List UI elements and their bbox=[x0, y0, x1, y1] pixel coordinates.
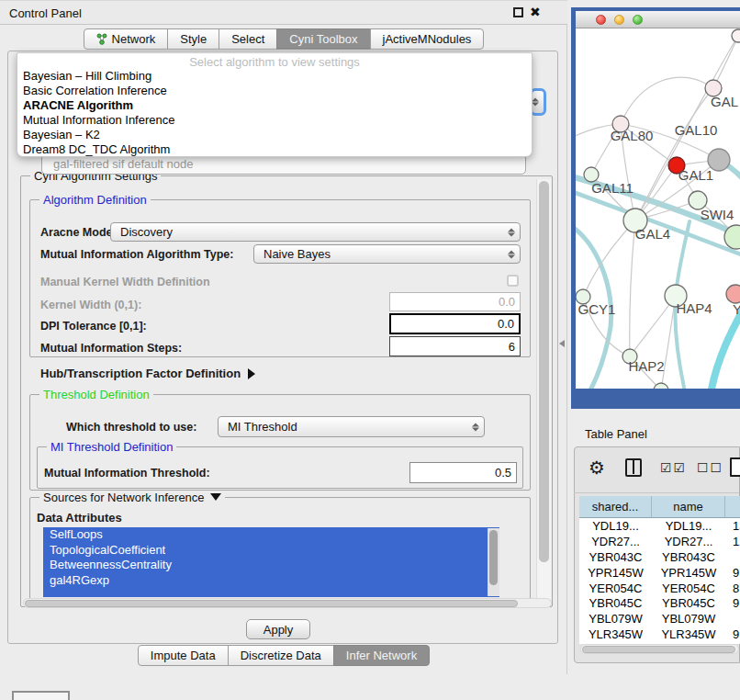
mi-steps-field[interactable]: 6 bbox=[389, 336, 521, 356]
network-window[interactable]: GALGAL80GAL10GAL1GAL11GAL4SWI4GCY1HAP4YH… bbox=[571, 7, 740, 409]
table-header-row: shared...nameA bbox=[579, 496, 740, 518]
table-hscrollbar-thumb[interactable] bbox=[582, 646, 735, 653]
manual-kernel-checkbox[interactable] bbox=[507, 275, 519, 287]
dropdown-item-bayesian-k2[interactable]: Bayesian – K2 bbox=[17, 128, 532, 142]
checked-columns-icon[interactable]: ☑☑ bbox=[660, 460, 687, 475]
dropdown-item-aracne-algorithm[interactable]: ARACNE Algorithm bbox=[17, 98, 532, 113]
column-header-a[interactable]: A bbox=[725, 496, 740, 518]
unchecked-columns-icon[interactable]: ☐☐ bbox=[697, 460, 723, 475]
dropdown-item-dream8-dc-tdc-algorithm[interactable]: Dream8 DC_TDC Algorithm bbox=[17, 142, 532, 157]
dpi-tolerance-field[interactable]: 0.0 bbox=[389, 313, 521, 334]
network-window-titlebar[interactable] bbox=[576, 11, 740, 28]
minimize-traffic-light-icon[interactable] bbox=[614, 15, 624, 25]
table-row[interactable]: YDR27...YDR27...12 bbox=[579, 534, 740, 549]
sources-group-title[interactable]: Sources for Network Inference bbox=[39, 491, 225, 504]
node-label-gal: GAL bbox=[711, 94, 738, 109]
table-cell: YBL079W bbox=[579, 611, 652, 627]
attribute-item-betweennesscentrality[interactable]: BetweennessCentrality bbox=[43, 558, 499, 573]
tab-label: Infer Network bbox=[346, 649, 417, 662]
network-edge[interactable] bbox=[661, 296, 676, 389]
zoom-traffic-light-icon[interactable] bbox=[633, 15, 643, 25]
float-window-icon[interactable] bbox=[513, 7, 523, 17]
close-icon[interactable]: ✖ bbox=[530, 5, 541, 19]
settings-scrollbar-thumb[interactable] bbox=[539, 181, 549, 562]
aracne-mode-combo[interactable]: Discovery bbox=[110, 222, 521, 242]
network-edge[interactable] bbox=[621, 77, 713, 124]
tab-impute-data[interactable]: Impute Data bbox=[138, 645, 229, 666]
control-panel-tabs: NetworkStyleSelectCyni ToolboxjActiveMNo… bbox=[0, 28, 567, 50]
attribute-item-gal4rgexp[interactable]: gal4RGexp bbox=[43, 573, 499, 589]
dropdown-item-mutual-information-inference[interactable]: Mutual Information Inference bbox=[17, 113, 532, 128]
network-icon bbox=[96, 33, 107, 45]
tab-discretize-data[interactable]: Discretize Data bbox=[228, 645, 334, 666]
apply-button[interactable]: Apply bbox=[246, 619, 310, 639]
mi-steps-label: Mutual Information Steps: bbox=[40, 342, 182, 355]
tab-infer-network[interactable]: Infer Network bbox=[333, 645, 430, 666]
tab-style[interactable]: Style bbox=[167, 28, 219, 50]
tab-cyni-toolbox[interactable]: Cyni Toolbox bbox=[276, 28, 370, 50]
spinner-arrows-icon bbox=[472, 423, 479, 431]
attribute-item-selfloops[interactable]: SelfLoops bbox=[43, 527, 499, 543]
gear-icon[interactable]: ⚙ bbox=[589, 457, 605, 479]
tab-label: Style bbox=[180, 32, 207, 46]
table-row[interactable]: YBR045CYBR045C9. bbox=[579, 595, 740, 611]
node-label-gal10: GAL10 bbox=[675, 122, 718, 138]
attribute-item-topologicalcoefficient[interactable]: TopologicalCoefficient bbox=[43, 543, 499, 559]
mi-threshold-field[interactable]: 0.5 bbox=[409, 462, 517, 483]
table-row[interactable]: YLR345WYLR345W9. bbox=[579, 627, 740, 642]
settings-hscrollbar-thumb[interactable] bbox=[25, 600, 518, 607]
node-y[interactable] bbox=[726, 285, 740, 303]
table-panel-title: Table Panel bbox=[585, 427, 647, 441]
control-panel-titlebar: Control Panel ✖ bbox=[0, 0, 567, 25]
column-layout-icon[interactable] bbox=[625, 458, 642, 477]
kernel-width-field[interactable]: 0.0 bbox=[389, 292, 521, 311]
table-cell: YPR145W bbox=[579, 565, 652, 581]
splitter-arrow-icon[interactable] bbox=[559, 340, 565, 347]
node-unlabeled[interactable] bbox=[654, 383, 668, 389]
table-row[interactable]: YDL19...YDL19...13 bbox=[579, 518, 740, 534]
desktop: Control Panel ✖ NetworkStyleSelectCyni T… bbox=[0, 0, 740, 700]
table-row[interactable]: YPR145WYPR145W9. bbox=[579, 565, 740, 581]
tab-select[interactable]: Select bbox=[219, 28, 277, 50]
tab-label: Select bbox=[231, 32, 264, 46]
network-canvas[interactable]: GALGAL80GAL10GAL1GAL11GAL4SWI4GCY1HAP4YH… bbox=[576, 28, 740, 389]
table-row[interactable]: YER054CYER054C8. bbox=[579, 581, 740, 596]
table-cell bbox=[725, 611, 740, 627]
sources-title-text: Sources for Network Inference bbox=[43, 491, 205, 504]
hub-definition-expander[interactable]: Hub/Transcription Factor Definition bbox=[40, 367, 255, 380]
node-label-gcy1: GCY1 bbox=[578, 301, 616, 317]
table-cell: 8. bbox=[725, 581, 740, 596]
export-table-icon[interactable] bbox=[730, 457, 740, 477]
dropdown-item-bayesian-hill-climbing[interactable]: Bayesian – Hill Climbing bbox=[17, 69, 532, 84]
data-attributes-list[interactable]: SelfLoopsTopologicalCoefficientBetweenne… bbox=[43, 527, 499, 597]
table-cell: YLR345W bbox=[579, 627, 652, 642]
which-threshold-combo[interactable]: MI Threshold bbox=[218, 416, 485, 437]
which-threshold-label: Which threshold to use: bbox=[66, 421, 196, 434]
table-row[interactable]: YBL079WYBL079W bbox=[579, 611, 740, 627]
column-header-shared[interactable]: shared... bbox=[579, 496, 652, 518]
tab-label: Discretize Data bbox=[241, 649, 321, 662]
node-label-gal11: GAL11 bbox=[591, 180, 633, 196]
column-header-name[interactable]: name bbox=[652, 496, 725, 518]
close-traffic-light-icon[interactable] bbox=[596, 15, 606, 25]
tab-network[interactable]: Network bbox=[84, 28, 169, 50]
table-cell: YER054C bbox=[579, 581, 652, 596]
dropdown-item-basic-correlation-inference[interactable]: Basic Correlation Inference bbox=[17, 84, 532, 98]
table-cell: YBL079W bbox=[652, 611, 725, 627]
node-label-swi4: SWI4 bbox=[701, 207, 734, 222]
algorithm-definition-title: Algorithm Definition bbox=[39, 193, 151, 207]
tab-jactivemnodules[interactable]: jActiveMNodules bbox=[370, 28, 485, 50]
mi-type-combo[interactable]: Naive Bayes bbox=[253, 244, 521, 264]
table-cell: YBR043C bbox=[652, 549, 725, 565]
dpi-tolerance-label: DPI Tolerance [0,1]: bbox=[40, 320, 147, 333]
node-table[interactable]: shared...nameAYDL19...YDL19...13YDR27...… bbox=[579, 496, 740, 644]
table-row[interactable]: YBR043CYBR043C bbox=[579, 549, 740, 565]
kernel-width-label: Kernel Width (0,1): bbox=[40, 299, 141, 311]
spinner-arrows-icon bbox=[532, 98, 539, 107]
mi-threshold-label: Mutual Information Threshold: bbox=[44, 467, 210, 480]
node-label-y: Y bbox=[733, 301, 740, 317]
attributes-scrollbar-thumb[interactable] bbox=[489, 530, 498, 585]
node-unlabeled[interactable] bbox=[732, 29, 740, 42]
table-cell: 9. bbox=[725, 627, 740, 642]
node-label-hap4: HAP4 bbox=[676, 300, 712, 316]
